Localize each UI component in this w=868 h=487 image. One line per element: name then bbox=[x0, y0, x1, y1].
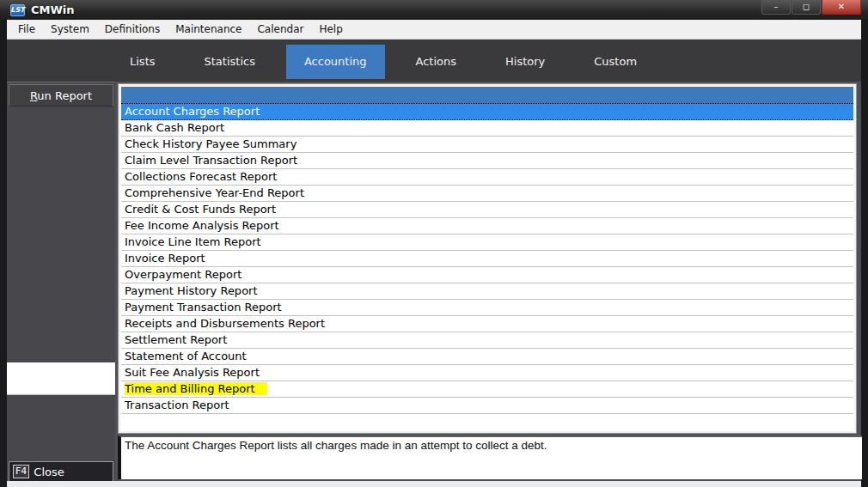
tab[interactable]: Lists bbox=[112, 45, 174, 79]
app-icon: LST bbox=[10, 4, 25, 16]
report-row-label: Invoice Line Item Report bbox=[125, 235, 261, 248]
report-row[interactable]: Claim Level Transaction Report bbox=[121, 153, 853, 169]
report-row[interactable]: Credit & Cost Funds Report bbox=[121, 202, 853, 218]
content-area: Run Report F4 Close Account Charges Repo… bbox=[7, 82, 861, 481]
report-row[interactable]: Bank Cash Report bbox=[121, 120, 853, 137]
report-row[interactable]: Collections Forecast Report bbox=[121, 169, 853, 186]
report-row[interactable]: Statement of Account bbox=[121, 349, 853, 365]
report-row[interactable]: Settlement Report bbox=[121, 332, 853, 349]
report-row-label: Collections Forecast Report bbox=[125, 170, 277, 183]
sidebar-separator bbox=[7, 362, 115, 395]
tab[interactable]: Statistics bbox=[186, 45, 273, 79]
tab[interactable]: History bbox=[487, 45, 563, 79]
report-row-label: Credit & Cost Funds Report bbox=[125, 203, 276, 216]
tab[interactable]: Accounting bbox=[286, 45, 385, 79]
report-row-label: Time and Billing Report bbox=[125, 382, 267, 395]
report-row[interactable]: Payment History Report bbox=[121, 283, 853, 300]
report-row-label: Payment History Report bbox=[125, 284, 258, 297]
menu-item[interactable]: File bbox=[10, 20, 43, 40]
menu-item[interactable]: System bbox=[43, 20, 97, 40]
tab[interactable]: Custom bbox=[576, 45, 655, 79]
report-row[interactable]: Overpayment Report bbox=[121, 267, 853, 283]
report-row-label: Claim Level Transaction Report bbox=[125, 154, 297, 167]
description-text: The Account Charges Report lists all cha… bbox=[125, 439, 547, 452]
report-row-label: Suit Fee Analysis Report bbox=[125, 366, 260, 379]
report-row[interactable]: Receipts and Disbursements Report bbox=[121, 316, 853, 332]
sidebar: Run Report F4 Close bbox=[7, 82, 115, 481]
report-row[interactable]: Suit Fee Analysis Report bbox=[121, 365, 853, 381]
maximize-button[interactable]: ◻ bbox=[792, 0, 821, 15]
f4-key-badge: F4 bbox=[13, 465, 29, 478]
report-row[interactable]: Payment Transaction Report bbox=[121, 300, 853, 316]
report-row[interactable]: Time and Billing Report bbox=[121, 381, 853, 398]
menu-item[interactable]: Calendar bbox=[249, 20, 311, 40]
report-row-label: Overpayment Report bbox=[125, 268, 241, 281]
report-list: Account Charges Report Bank Cash Report … bbox=[118, 83, 857, 434]
report-row-label: Check History Payee Summary bbox=[125, 137, 296, 150]
report-row-label: Statement of Account bbox=[125, 350, 247, 362]
report-row-label: Transaction Report bbox=[125, 399, 229, 411]
window-bottom-edge bbox=[7, 481, 861, 487]
menu-item[interactable]: Help bbox=[311, 20, 350, 40]
window-title: CMWin bbox=[31, 3, 75, 16]
report-row[interactable]: Fee Income Analysis Report bbox=[121, 218, 853, 234]
tab-bar: ListsStatisticsAccountingActionsHistoryC… bbox=[7, 40, 861, 82]
report-row[interactable]: Invoice Line Item Report bbox=[121, 234, 853, 251]
close-window-button[interactable]: ✕ bbox=[822, 0, 861, 15]
report-row-label: Account Charges Report bbox=[125, 105, 260, 118]
report-row-label: Receipts and Disbursements Report bbox=[125, 317, 325, 330]
menu-item[interactable]: Definitions bbox=[97, 20, 168, 40]
report-row-label: Invoice Report bbox=[125, 252, 205, 265]
menu-bar: FileSystemDefinitionsMaintenanceCalendar… bbox=[7, 20, 861, 40]
run-report-label: Run Report bbox=[30, 89, 92, 102]
report-row-label: Fee Income Analysis Report bbox=[125, 219, 279, 232]
title-bar: LST CMWin – ◻ ✕ bbox=[0, 0, 868, 20]
close-label: Close bbox=[34, 466, 64, 478]
close-button[interactable]: F4 Close bbox=[9, 461, 113, 482]
report-row[interactable]: Check History Payee Summary bbox=[121, 137, 853, 153]
report-row[interactable]: Transaction Report bbox=[121, 398, 853, 414]
report-row[interactable]: Comprehensive Year-End Report bbox=[121, 186, 853, 202]
report-row-label: Settlement Report bbox=[125, 333, 227, 346]
app-window: LST CMWin – ◻ ✕ FileSystemDefinitionsMai… bbox=[0, 0, 868, 487]
report-row[interactable]: Account Charges Report bbox=[121, 103, 853, 120]
report-row-label: Bank Cash Report bbox=[125, 121, 224, 134]
report-row-label: Comprehensive Year-End Report bbox=[125, 186, 304, 199]
report-row-label: Payment Transaction Report bbox=[125, 301, 282, 314]
report-row[interactable]: Invoice Report bbox=[121, 251, 853, 267]
menu-item[interactable]: Maintenance bbox=[168, 20, 249, 40]
run-report-button[interactable]: Run Report bbox=[9, 84, 113, 107]
report-rows: Account Charges Report Bank Cash Report … bbox=[121, 103, 853, 414]
window-controls: – ◻ ✕ bbox=[761, 0, 861, 15]
tab[interactable]: Actions bbox=[398, 45, 475, 79]
minimize-button[interactable]: – bbox=[761, 0, 791, 15]
report-description: The Account Charges Report lists all cha… bbox=[118, 435, 862, 479]
list-header bbox=[121, 87, 853, 103]
